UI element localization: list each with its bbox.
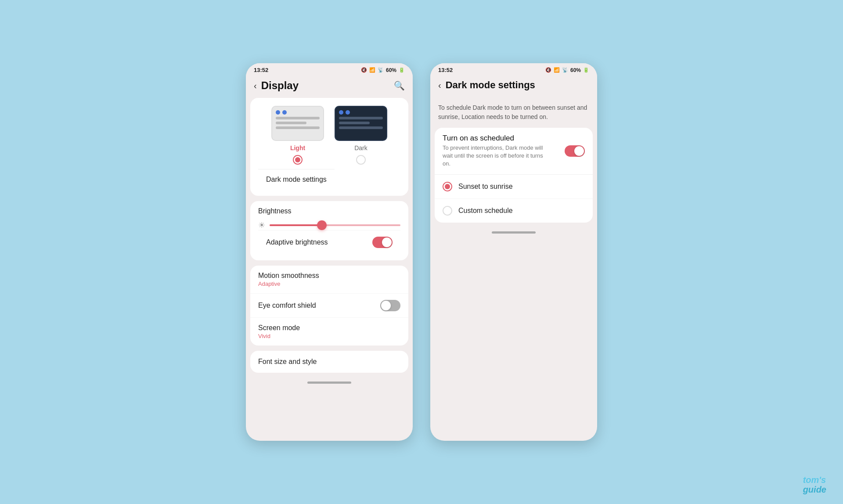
dark-preview: [335, 106, 387, 141]
font-size-label: Font size and style: [258, 358, 317, 366]
mute-icon: 🔇: [361, 67, 367, 73]
watermark-line2: guide: [803, 485, 826, 494]
font-size-card[interactable]: Font size and style: [250, 351, 408, 373]
eye-comfort-toggle[interactable]: [380, 300, 400, 311]
screen-mode-row[interactable]: Screen mode Vivid: [250, 318, 408, 346]
motion-smoothness-row[interactable]: Motion smoothness Adaptive: [250, 266, 408, 294]
dark-mode-title: Dark mode settings: [446, 79, 535, 91]
screen-mode-value: Vivid: [258, 333, 300, 339]
light-radio-inner: [295, 157, 300, 162]
light-radio[interactable]: [293, 155, 303, 165]
light-preview: [271, 106, 324, 141]
custom-radio[interactable]: [443, 206, 452, 216]
adaptive-brightness-row: Adaptive brightness: [258, 230, 400, 254]
dark-mode-header: ‹ Dark mode settings: [430, 75, 597, 97]
slider-thumb[interactable]: [317, 220, 327, 230]
status-icons-1: 🔇 📶 📡 60% 🔋: [361, 67, 405, 73]
battery-2: 60%: [570, 67, 581, 73]
back-button-2[interactable]: ‹: [438, 80, 441, 90]
dark-radio[interactable]: [356, 155, 366, 165]
search-button-1[interactable]: 🔍: [394, 80, 405, 91]
time-2: 13:52: [438, 67, 453, 73]
theme-card: Light D: [250, 98, 408, 196]
adaptive-brightness-toggle[interactable]: [372, 237, 393, 248]
sun-icon: ☀: [258, 220, 265, 230]
time-1: 13:52: [254, 67, 268, 73]
mute-icon-2: 🔇: [545, 67, 551, 73]
motion-smoothness-info: Motion smoothness Adaptive: [258, 272, 319, 287]
status-bar-1: 13:52 🔇 📶 📡 60% 🔋: [246, 63, 413, 75]
phone1-frame: 13:52 🔇 📶 📡 60% 🔋 ‹ Display 🔍: [246, 63, 413, 441]
dark-label: Dark: [354, 144, 367, 151]
wifi-icon: 📶: [369, 67, 375, 73]
settings-card-1: Motion smoothness Adaptive Eye comfort s…: [250, 266, 408, 346]
brightness-slider-row: ☀: [258, 220, 400, 230]
brightness-card: Brightness ☀ Adaptive brightness: [250, 201, 408, 260]
info-text: To schedule Dark mode to turn on between…: [430, 97, 597, 128]
eye-comfort-thumb: [381, 301, 391, 310]
signal-icon-2: 📡: [562, 67, 568, 73]
custom-schedule-option[interactable]: Custom schedule: [435, 199, 593, 223]
display-header: ‹ Display 🔍: [246, 75, 413, 98]
motion-smoothness-value: Adaptive: [258, 281, 319, 287]
font-size-row[interactable]: Font size and style: [250, 351, 408, 373]
eye-comfort-row: Eye comfort shield: [250, 294, 408, 318]
toggle-thumb-on: [382, 238, 392, 247]
back-button-1[interactable]: ‹: [254, 81, 257, 91]
adaptive-brightness-label: Adaptive brightness: [266, 238, 328, 246]
light-theme-option[interactable]: Light: [271, 106, 324, 165]
sunset-option[interactable]: Sunset to sunrise: [435, 175, 593, 199]
theme-options: Light D: [258, 106, 400, 165]
turn-on-label: Turn on as scheduled: [443, 134, 548, 143]
sunset-label: Sunset to sunrise: [458, 183, 513, 191]
bottom-bar-2: [492, 231, 536, 234]
turn-on-toggle[interactable]: [565, 145, 585, 157]
watermark-line1: tom's: [803, 475, 826, 485]
screen-mode-info: Screen mode Vivid: [258, 324, 300, 339]
sunset-radio[interactable]: [443, 182, 452, 191]
turn-on-sub: To prevent interruptions, Dark mode will…: [443, 144, 548, 168]
page-title-1: Display: [261, 79, 299, 92]
battery-1: 60%: [386, 67, 396, 73]
dark-mode-settings-row[interactable]: Dark mode settings: [258, 169, 335, 190]
custom-label: Custom schedule: [458, 207, 513, 215]
status-bar-2: 13:52 🔇 📶 📡 60% 🔋: [430, 63, 597, 75]
sunset-radio-inner: [445, 184, 450, 189]
dark-theme-option[interactable]: Dark: [335, 106, 387, 165]
brightness-label: Brightness: [258, 207, 400, 215]
watermark: tom's guide: [803, 475, 826, 494]
bottom-bar-1: [307, 382, 351, 384]
wifi-icon-2: 📶: [554, 67, 560, 73]
status-icons-2: 🔇 📶 📡 60% 🔋: [545, 67, 589, 73]
battery-icon-2: 🔋: [583, 67, 589, 73]
brightness-slider[interactable]: [270, 224, 400, 226]
slider-fill: [270, 224, 322, 226]
turn-on-scheduled-row: Turn on as scheduled To prevent interrup…: [435, 128, 593, 175]
dark-mode-card: Turn on as scheduled To prevent interrup…: [435, 128, 593, 223]
turn-on-info: Turn on as scheduled To prevent interrup…: [443, 134, 548, 168]
header-left: ‹ Display: [254, 79, 299, 92]
motion-smoothness-label: Motion smoothness: [258, 272, 319, 280]
phone2-frame: 13:52 🔇 📶 📡 60% 🔋 ‹ Dark mode settings T…: [430, 63, 597, 441]
signal-icon: 📡: [378, 67, 384, 73]
turn-on-toggle-thumb: [574, 146, 584, 156]
eye-comfort-label: Eye comfort shield: [258, 302, 316, 310]
light-label: Light: [290, 144, 305, 151]
screen-mode-label: Screen mode: [258, 324, 300, 332]
battery-icon-1: 🔋: [399, 67, 405, 73]
